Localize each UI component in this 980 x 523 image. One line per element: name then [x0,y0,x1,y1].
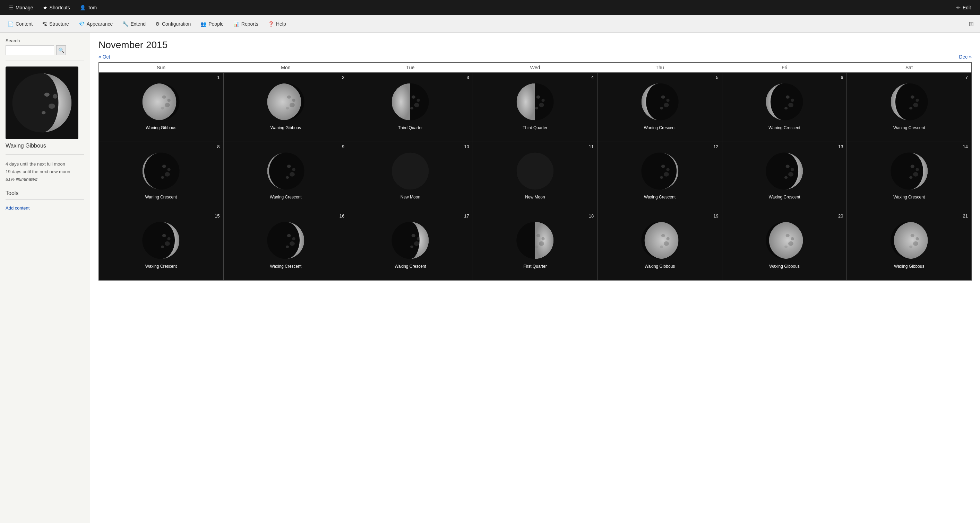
calendar-day[interactable]: 5 Waning Crescent [598,73,722,142]
calendar-day[interactable]: 10 New Moon [348,142,473,211]
svg-point-52 [162,165,166,168]
search-input[interactable] [6,45,54,55]
moon-phase-cell: New Moon [348,142,473,211]
calendar-day[interactable]: 16 Waxing Crescent [223,211,348,281]
svg-point-60 [286,176,289,178]
search-button[interactable]: 🔍 [56,45,66,55]
calendar-day[interactable]: 7 Waning Crescent [847,73,972,142]
expand-button[interactable]: ⊞ [965,20,977,28]
svg-point-67 [516,152,554,189]
next-month-link[interactable]: Dec » [959,54,972,60]
tools-title: Tools [6,190,84,197]
moon-calendar: Sun Mon Tue Wed Thu Fri Sat 1 [99,62,972,281]
prev-month-link[interactable]: « Oct [99,54,110,60]
svg-point-106 [536,234,540,237]
appearance-menu[interactable]: 💎 Appearance [74,15,118,32]
shortcuts-label: Shortcuts [49,5,70,10]
hamburger-icon: ☰ [9,5,14,10]
svg-point-24 [410,107,414,109]
configuration-menu[interactable]: ⚙ Configuration [151,15,196,32]
calendar-day[interactable]: 15 Waxing Crescent [99,211,224,281]
svg-point-34 [661,95,665,98]
month-navigation: « Oct Dec » [99,54,972,60]
calendar-day[interactable]: 20 Waxing Gibbous [722,211,847,281]
calendar-day[interactable]: 17 Waxing Crescent [348,211,473,281]
manage-menu[interactable]: ☰ Manage [4,0,38,15]
calendar-day[interactable]: 12 Waxing Crescent [598,142,722,211]
extend-menu[interactable]: 🔧 Extend [118,15,151,32]
moon-phase-label: New Moon [399,193,422,203]
configuration-icon: ⚙ [155,21,160,27]
moon-phase-cell: Waning Crescent [598,73,722,142]
day-number: 2 [342,75,344,80]
moon-phase-label: Waxing Crescent [269,263,303,272]
user-icon: 👤 [80,5,86,10]
svg-point-120 [786,234,790,237]
svg-point-129 [909,245,912,248]
svg-point-94 [287,234,291,237]
svg-point-35 [664,103,669,107]
moon-preview [6,67,78,139]
svg-point-71 [664,172,669,176]
svg-point-85 [915,168,919,171]
svg-point-76 [786,165,790,168]
col-wed: Wed [473,63,598,73]
moon-phase-cell: Waxing Gibbous [847,211,971,280]
svg-point-43 [791,98,794,101]
calendar-day[interactable]: 13 Waxing Crescent [722,142,847,211]
svg-point-119 [769,222,805,259]
moon-illuminated-text: 81% illuminated [6,177,37,182]
calendar-day[interactable]: 9 Waning Crescent [223,142,348,211]
content-menu[interactable]: 📄 Content [3,15,37,32]
reports-menu[interactable]: 📊 Reports [229,15,263,32]
moon-phase-cell: Waning Crescent [847,73,971,142]
svg-point-9 [162,95,166,98]
calendar-day[interactable]: 2 Waning Gibbous [223,73,348,142]
moon-days-new: 19 days until the next new moon [6,168,84,176]
user-menu[interactable]: 👤 Tom [75,0,102,15]
moon-phase-cell: Waxing Crescent [722,142,847,211]
people-menu[interactable]: 👥 People [196,15,229,32]
moon-info: 4 days until the next full moon 19 days … [6,160,84,183]
moon-phase-label: New Moon [523,193,546,203]
calendar-day[interactable]: 3 Third Quarter [348,73,473,142]
svg-point-15 [265,83,301,120]
structure-icon: 🏗 [42,21,47,27]
moon-phase-cell: Waxing Gibbous [722,211,847,280]
day-number: 7 [966,75,968,80]
help-menu[interactable]: ❓ Help [263,15,291,32]
manage-label: Manage [16,5,33,10]
calendar-day[interactable]: 4 Third Quarter [473,73,598,142]
moon-phase-label: Waxing Gibbous [892,263,926,272]
calendar-day[interactable]: 18 First Quarter [473,211,598,281]
add-content-link[interactable]: Add content [6,205,29,211]
calendar-day[interactable]: 19 Waxing Gibbous [598,211,722,281]
moon-phase-label: Waning Gibbous [269,124,302,134]
calendar-day[interactable]: 21 Waxing Gibbous [847,211,972,281]
edit-button[interactable]: ✏ Edit [951,5,976,10]
calendar-day[interactable]: 6 Waning Crescent [722,73,847,142]
day-number: 10 [464,144,469,149]
pencil-icon: ✏ [956,5,961,10]
svg-point-113 [661,234,665,237]
structure-menu[interactable]: 🏗 Structure [37,15,74,32]
calendar-day[interactable]: 8 Waning Crescent [99,142,224,211]
col-sun: Sun [99,63,224,73]
col-thu: Thu [598,63,722,73]
calendar-day[interactable]: 11 New Moon [473,142,598,211]
day-number: 16 [339,213,344,219]
svg-point-42 [784,107,788,109]
svg-point-73 [666,168,669,171]
svg-point-61 [292,168,295,171]
shortcuts-menu[interactable]: ★ Shortcuts [38,0,75,15]
moon-phase-label: Waning Gibbous [144,124,178,134]
svg-point-83 [913,172,918,176]
svg-point-126 [894,222,930,259]
svg-point-40 [786,95,790,98]
svg-point-16 [287,95,291,98]
svg-point-8 [140,83,176,120]
calendar-day[interactable]: 1 Waning Gibbous [99,73,224,142]
svg-point-97 [292,237,295,240]
calendar-day[interactable]: 14 Waxing Crescent [847,142,972,211]
svg-point-102 [410,245,414,248]
